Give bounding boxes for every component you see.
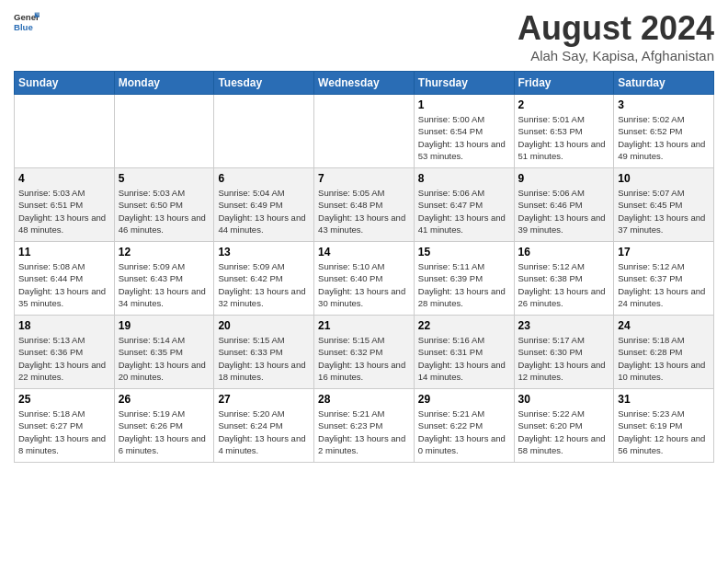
day-number: 30	[518, 393, 610, 406]
calendar-cell: 27 Sunrise: 5:20 AMSunset: 6:24 PMDaylig…	[214, 389, 314, 463]
day-info: Sunrise: 5:20 AMSunset: 6:24 PMDaylight:…	[218, 408, 310, 456]
calendar-cell: 12 Sunrise: 5:09 AMSunset: 6:43 PMDaylig…	[114, 242, 214, 316]
day-info: Sunrise: 5:09 AMSunset: 6:42 PMDaylight:…	[218, 260, 310, 309]
calendar-cell: 3 Sunrise: 5:02 AMSunset: 6:52 PMDayligh…	[614, 95, 714, 168]
day-number: 16	[518, 246, 610, 259]
day-number: 15	[418, 246, 510, 259]
day-number: 26	[119, 393, 210, 406]
header: General Blue August 2024 Alah Say, Kapis…	[14, 9, 714, 63]
calendar-cell: 23 Sunrise: 5:17 AMSunset: 6:30 PMDaylig…	[514, 316, 614, 389]
day-info: Sunrise: 5:11 AMSunset: 6:39 PMDaylight:…	[418, 260, 510, 309]
day-number: 24	[618, 319, 710, 332]
day-number: 4	[18, 172, 110, 185]
day-info: Sunrise: 5:15 AMSunset: 6:33 PMDaylight:…	[218, 334, 310, 383]
calendar-cell: 13 Sunrise: 5:09 AMSunset: 6:42 PMDaylig…	[214, 242, 314, 316]
calendar-week-2: 4 Sunrise: 5:03 AMSunset: 6:51 PMDayligh…	[15, 168, 714, 242]
day-number: 17	[618, 246, 710, 259]
calendar-week-5: 25 Sunrise: 5:18 AMSunset: 6:27 PMDaylig…	[15, 389, 714, 463]
day-number: 20	[218, 319, 310, 332]
calendar-cell: 11 Sunrise: 5:08 AMSunset: 6:44 PMDaylig…	[15, 242, 115, 316]
calendar-cell: 16 Sunrise: 5:12 AMSunset: 6:38 PMDaylig…	[514, 242, 614, 316]
day-number: 10	[618, 172, 710, 185]
day-info: Sunrise: 5:08 AMSunset: 6:44 PMDaylight:…	[18, 260, 110, 309]
col-wednesday: Wednesday	[314, 72, 415, 95]
calendar-table: Sunday Monday Tuesday Wednesday Thursday…	[14, 71, 714, 463]
calendar-cell: 6 Sunrise: 5:04 AMSunset: 6:49 PMDayligh…	[214, 168, 314, 242]
logo: General Blue	[14, 9, 40, 35]
calendar-cell: 30 Sunrise: 5:22 AMSunset: 6:20 PMDaylig…	[514, 389, 614, 463]
day-number: 19	[119, 319, 210, 332]
day-info: Sunrise: 5:15 AMSunset: 6:32 PMDaylight:…	[318, 334, 410, 383]
calendar-cell: 29 Sunrise: 5:21 AMSunset: 6:22 PMDaylig…	[414, 389, 514, 463]
col-thursday: Thursday	[414, 72, 514, 95]
calendar-cell: 24 Sunrise: 5:18 AMSunset: 6:28 PMDaylig…	[614, 316, 714, 389]
calendar-cell: 2 Sunrise: 5:01 AMSunset: 6:53 PMDayligh…	[514, 95, 614, 168]
calendar-cell: 9 Sunrise: 5:06 AMSunset: 6:46 PMDayligh…	[514, 168, 614, 242]
calendar-cell: 25 Sunrise: 5:18 AMSunset: 6:27 PMDaylig…	[15, 389, 115, 463]
day-info: Sunrise: 5:12 AMSunset: 6:38 PMDaylight:…	[518, 260, 610, 309]
day-number: 14	[318, 246, 410, 259]
day-info: Sunrise: 5:22 AMSunset: 6:20 PMDaylight:…	[518, 408, 610, 456]
day-info: Sunrise: 5:23 AMSunset: 6:19 PMDaylight:…	[618, 408, 710, 456]
day-info: Sunrise: 5:00 AMSunset: 6:54 PMDaylight:…	[418, 113, 510, 162]
day-number: 31	[618, 393, 710, 406]
calendar-cell: 17 Sunrise: 5:12 AMSunset: 6:37 PMDaylig…	[614, 242, 714, 316]
day-number: 18	[18, 319, 110, 332]
calendar-cell: 14 Sunrise: 5:10 AMSunset: 6:40 PMDaylig…	[314, 242, 415, 316]
day-info: Sunrise: 5:10 AMSunset: 6:40 PMDaylight:…	[318, 260, 410, 309]
calendar-cell: 28 Sunrise: 5:21 AMSunset: 6:23 PMDaylig…	[314, 389, 415, 463]
day-info: Sunrise: 5:03 AMSunset: 6:51 PMDaylight:…	[18, 187, 110, 236]
day-number: 8	[418, 172, 510, 185]
day-number: 25	[18, 393, 110, 406]
day-number: 9	[518, 172, 610, 185]
day-number: 1	[418, 98, 510, 111]
svg-text:Blue: Blue	[14, 22, 33, 32]
calendar-cell: 31 Sunrise: 5:23 AMSunset: 6:19 PMDaylig…	[614, 389, 714, 463]
day-number: 5	[119, 172, 210, 185]
day-number: 3	[618, 98, 710, 111]
logo-icon: General Blue	[14, 9, 40, 35]
calendar-cell: 15 Sunrise: 5:11 AMSunset: 6:39 PMDaylig…	[414, 242, 514, 316]
header-row: Sunday Monday Tuesday Wednesday Thursday…	[15, 72, 714, 95]
day-number: 11	[18, 246, 110, 259]
calendar-week-4: 18 Sunrise: 5:13 AMSunset: 6:36 PMDaylig…	[15, 316, 714, 389]
calendar-week-1: 1 Sunrise: 5:00 AMSunset: 6:54 PMDayligh…	[15, 95, 714, 168]
location-title: Alah Say, Kapisa, Afghanistan	[518, 48, 714, 63]
title-block: August 2024 Alah Say, Kapisa, Afghanista…	[518, 9, 714, 63]
day-number: 29	[418, 393, 510, 406]
calendar-cell	[15, 95, 115, 168]
day-number: 22	[418, 319, 510, 332]
day-info: Sunrise: 5:14 AMSunset: 6:35 PMDaylight:…	[119, 334, 210, 383]
day-number: 7	[318, 172, 410, 185]
calendar-cell: 8 Sunrise: 5:06 AMSunset: 6:47 PMDayligh…	[414, 168, 514, 242]
col-tuesday: Tuesday	[214, 72, 314, 95]
day-info: Sunrise: 5:12 AMSunset: 6:37 PMDaylight:…	[618, 260, 710, 309]
day-number: 21	[318, 319, 410, 332]
day-number: 12	[119, 246, 210, 259]
day-info: Sunrise: 5:07 AMSunset: 6:45 PMDaylight:…	[618, 187, 710, 236]
day-info: Sunrise: 5:05 AMSunset: 6:48 PMDaylight:…	[318, 187, 410, 236]
col-saturday: Saturday	[614, 72, 714, 95]
calendar-cell: 4 Sunrise: 5:03 AMSunset: 6:51 PMDayligh…	[15, 168, 115, 242]
day-number: 6	[218, 172, 310, 185]
day-info: Sunrise: 5:04 AMSunset: 6:49 PMDaylight:…	[218, 187, 310, 236]
day-info: Sunrise: 5:13 AMSunset: 6:36 PMDaylight:…	[18, 334, 110, 383]
day-info: Sunrise: 5:21 AMSunset: 6:23 PMDaylight:…	[318, 408, 410, 456]
calendar-cell: 21 Sunrise: 5:15 AMSunset: 6:32 PMDaylig…	[314, 316, 415, 389]
calendar-cell	[214, 95, 314, 168]
calendar-week-3: 11 Sunrise: 5:08 AMSunset: 6:44 PMDaylig…	[15, 242, 714, 316]
calendar-cell: 5 Sunrise: 5:03 AMSunset: 6:50 PMDayligh…	[114, 168, 214, 242]
calendar-cell: 10 Sunrise: 5:07 AMSunset: 6:45 PMDaylig…	[614, 168, 714, 242]
day-info: Sunrise: 5:03 AMSunset: 6:50 PMDaylight:…	[119, 187, 210, 236]
day-number: 27	[218, 393, 310, 406]
day-info: Sunrise: 5:17 AMSunset: 6:30 PMDaylight:…	[518, 334, 610, 383]
calendar-cell: 19 Sunrise: 5:14 AMSunset: 6:35 PMDaylig…	[114, 316, 214, 389]
day-number: 2	[518, 98, 610, 111]
day-info: Sunrise: 5:18 AMSunset: 6:27 PMDaylight:…	[18, 408, 110, 456]
day-info: Sunrise: 5:02 AMSunset: 6:52 PMDaylight:…	[618, 113, 710, 162]
day-info: Sunrise: 5:18 AMSunset: 6:28 PMDaylight:…	[618, 334, 710, 383]
month-title: August 2024	[518, 9, 714, 48]
calendar-cell	[114, 95, 214, 168]
calendar-cell: 22 Sunrise: 5:16 AMSunset: 6:31 PMDaylig…	[414, 316, 514, 389]
col-sunday: Sunday	[15, 72, 115, 95]
